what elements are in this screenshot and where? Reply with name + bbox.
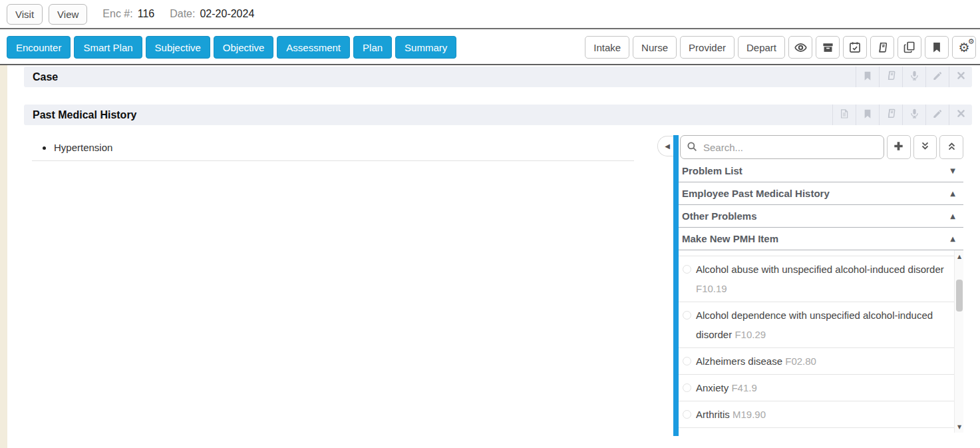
case-edit-button[interactable] bbox=[925, 67, 949, 87]
scroll-down-icon[interactable]: ▼ bbox=[955, 422, 963, 431]
pmh-item: Hypertension bbox=[43, 141, 112, 154]
section-employee-pmh[interactable]: Employee Past Medical History ▲ bbox=[679, 182, 963, 205]
tab-encounter[interactable]: Encounter bbox=[7, 36, 71, 59]
section-problem-list[interactable]: Problem List ▼ bbox=[679, 160, 963, 182]
pmh-book-button[interactable] bbox=[879, 105, 902, 125]
book-button[interactable] bbox=[870, 36, 894, 59]
collapse-all-button[interactable] bbox=[939, 135, 963, 159]
intake-button[interactable]: Intake bbox=[585, 36, 629, 59]
search-input[interactable] bbox=[680, 135, 884, 159]
bookmark-icon bbox=[862, 109, 873, 122]
calendar-check-icon bbox=[848, 41, 862, 54]
expand-all-button[interactable] bbox=[913, 135, 937, 159]
calendar-check-button[interactable] bbox=[843, 36, 867, 59]
option-name: Arthritis bbox=[696, 409, 730, 420]
pmh-item-divider bbox=[32, 160, 634, 161]
option-code: M19.90 bbox=[733, 409, 766, 420]
panel-collapse-button[interactable]: ◀ bbox=[657, 136, 673, 156]
caret-up-icon[interactable]: ▲ bbox=[950, 235, 955, 242]
pmh-option-aids[interactable]: AIDS B20 bbox=[679, 250, 954, 256]
caret-up-icon[interactable]: ▲ bbox=[950, 190, 955, 197]
pmh-edit-button[interactable] bbox=[925, 105, 949, 125]
add-item-button[interactable] bbox=[887, 135, 911, 159]
section-label: Other Problems bbox=[682, 210, 757, 222]
depart-button[interactable]: Depart bbox=[738, 36, 785, 59]
radio-icon[interactable] bbox=[683, 383, 691, 392]
copy-button[interactable] bbox=[898, 36, 921, 59]
archive-button[interactable] bbox=[816, 36, 840, 59]
date-label: Date: bbox=[170, 8, 195, 20]
pmh-options-list: AIDS B20 Alcohol abuse with unspecified … bbox=[679, 250, 954, 428]
panel-accent-bar bbox=[673, 135, 679, 436]
tab-subjective[interactable]: Subjective bbox=[146, 36, 210, 59]
pmh-options-viewport: AIDS B20 Alcohol abuse with unspecified … bbox=[679, 250, 963, 433]
tab-objective[interactable]: Objective bbox=[214, 36, 274, 59]
case-bookmark-button[interactable] bbox=[856, 67, 879, 87]
bookmark-button[interactable] bbox=[925, 36, 949, 59]
pmh-option-arthritis[interactable]: Arthritis M19.90 bbox=[679, 401, 954, 428]
section-tabs: Encounter Smart Plan Subjective Objectiv… bbox=[7, 36, 456, 59]
pmh-bookmark-button[interactable] bbox=[856, 105, 879, 125]
view-button[interactable]: View bbox=[49, 4, 87, 25]
archive-icon bbox=[822, 41, 834, 54]
visit-button[interactable]: Visit bbox=[7, 4, 43, 25]
visit-header: Visit View Enc #: 116 Date: 02-20-2024 bbox=[0, 0, 980, 29]
left-margin-strip bbox=[0, 65, 7, 448]
section-make-new-pmh[interactable]: Make New PMH Item ▲ bbox=[679, 228, 963, 250]
scrollbar-thumb[interactable] bbox=[956, 280, 963, 312]
case-book-button[interactable] bbox=[879, 67, 902, 87]
nurse-button[interactable]: Nurse bbox=[633, 36, 677, 59]
enc-label: Enc #: bbox=[102, 8, 132, 20]
pmh-close-button[interactable] bbox=[949, 105, 972, 125]
book-icon bbox=[886, 70, 897, 84]
toolbar-right-group: Intake Nurse Provider Depart bbox=[585, 36, 976, 59]
pmh-title: Past Medical History bbox=[24, 109, 137, 121]
panel-section-list: Problem List ▼ Employee Past Medical His… bbox=[679, 160, 963, 250]
radio-icon[interactable] bbox=[683, 311, 691, 320]
tab-smart-plan[interactable]: Smart Plan bbox=[74, 36, 142, 59]
option-name: Alzheimers disease bbox=[696, 355, 782, 367]
encounter-content: Case Past Medical History bbox=[0, 65, 980, 448]
plus-icon bbox=[892, 140, 905, 154]
close-icon bbox=[956, 71, 966, 83]
pmh-dictate-button[interactable] bbox=[902, 105, 925, 125]
option-code: F10.19 bbox=[696, 283, 727, 294]
tab-plan[interactable]: Plan bbox=[353, 36, 392, 59]
ehr-window: Visit View Enc #: 116 Date: 02-20-2024 E… bbox=[0, 0, 980, 448]
case-close-button[interactable] bbox=[949, 67, 972, 87]
option-name: Anxiety bbox=[696, 382, 729, 393]
case-title: Case bbox=[24, 71, 58, 83]
options-scrollbar[interactable]: ▲ ▼ bbox=[954, 250, 963, 433]
pmh-actions bbox=[832, 105, 972, 125]
section-other-problems[interactable]: Other Problems ▲ bbox=[679, 205, 963, 228]
pmh-note-button[interactable] bbox=[832, 105, 856, 125]
pmh-option-alcohol-abuse[interactable]: Alcohol abuse with unspecified alcohol-i… bbox=[679, 256, 954, 302]
chevrons-down-icon bbox=[919, 140, 931, 154]
gears-icon: ⚙⚙ bbox=[958, 41, 969, 54]
pmh-option-alzheimers[interactable]: Alzheimers disease F02.80 bbox=[679, 348, 954, 375]
eye-button[interactable] bbox=[788, 36, 812, 59]
caret-down-icon[interactable]: ▼ bbox=[950, 167, 955, 174]
section-label: Employee Past Medical History bbox=[682, 188, 830, 199]
settings-button[interactable]: ⚙⚙ bbox=[952, 36, 976, 59]
section-label: Make New PMH Item bbox=[682, 233, 778, 244]
pmh-option-anxiety[interactable]: Anxiety F41.9 bbox=[679, 375, 954, 401]
option-name: Alcohol abuse with unspecified alcohol-i… bbox=[696, 264, 944, 275]
caret-up-icon[interactable]: ▲ bbox=[950, 212, 955, 220]
radio-icon[interactable] bbox=[683, 410, 691, 419]
scroll-up-icon[interactable]: ▲ bbox=[955, 252, 963, 261]
bookmark-icon bbox=[862, 71, 873, 84]
pencil-icon bbox=[932, 71, 943, 84]
panel-search-row bbox=[680, 135, 963, 159]
radio-icon[interactable] bbox=[683, 265, 691, 274]
case-dictate-button[interactable] bbox=[902, 67, 925, 87]
document-icon bbox=[839, 109, 850, 122]
bullet-icon bbox=[43, 146, 46, 150]
pmh-section-bar: Past Medical History bbox=[24, 105, 972, 125]
radio-icon[interactable] bbox=[683, 357, 691, 365]
tab-summary[interactable]: Summary bbox=[395, 36, 456, 59]
pmh-option-alcohol-dependence[interactable]: Alcohol dependence with unspecified alco… bbox=[679, 302, 954, 348]
copy-icon bbox=[903, 41, 916, 54]
provider-button[interactable]: Provider bbox=[680, 36, 735, 59]
tab-assessment[interactable]: Assessment bbox=[277, 36, 350, 59]
